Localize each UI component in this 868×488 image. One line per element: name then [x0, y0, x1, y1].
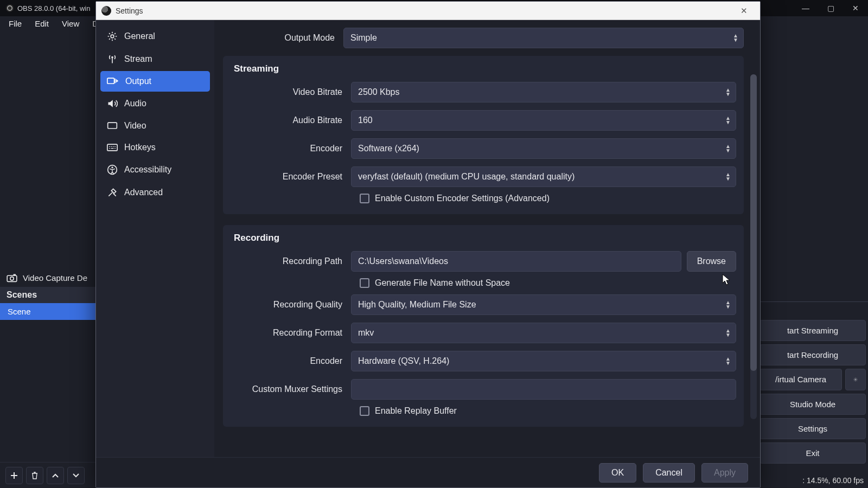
move-down-button[interactable]	[67, 467, 85, 484]
keyboard-icon	[107, 143, 118, 152]
custom-encoder-checkbox[interactable]	[360, 194, 369, 203]
apply-button[interactable]: Apply	[701, 463, 748, 483]
recording-encoder-select[interactable]: Hardware (QSV, H.264)	[351, 351, 736, 371]
encoder-label: Encoder	[231, 144, 351, 153]
monitor-icon	[107, 121, 118, 130]
start-streaming-button[interactable]: tart Streaming	[760, 320, 866, 341]
menu-edit[interactable]: Edit	[29, 18, 54, 29]
dropdown-arrows-icon: ▲▼	[723, 353, 733, 369]
source-label: Video Capture De	[23, 273, 87, 282]
svg-point-12	[111, 166, 113, 168]
ok-button[interactable]: OK	[599, 463, 636, 483]
dropdown-arrows-icon: ▲▼	[723, 140, 733, 157]
recording-path-label: Recording Path	[231, 256, 351, 266]
recording-format-label: Recording Format	[231, 328, 351, 338]
output-mode-label: Output Mode	[223, 33, 343, 43]
scroll-thumb[interactable]	[750, 74, 757, 371]
svg-rect-9	[108, 123, 117, 129]
recording-path-input[interactable]: C:\Users\swana\Videos	[351, 251, 681, 272]
dialog-title: Settings	[116, 7, 143, 15]
delete-scene-button[interactable]	[26, 467, 43, 484]
no-space-label: Generate File Name without Space	[375, 278, 510, 288]
video-bitrate-label: Video Bitrate	[231, 87, 351, 97]
recording-quality-select[interactable]: High Quality, Medium File Size	[351, 294, 736, 315]
dialog-close-button[interactable]: ✕	[733, 3, 755, 19]
speaker-icon	[107, 98, 118, 109]
mixer-separator	[754, 301, 868, 317]
muxer-label: Custom Muxer Settings	[231, 384, 351, 394]
replay-buffer-checkbox[interactable]	[360, 406, 369, 416]
close-window-button[interactable]: ✕	[843, 0, 868, 16]
start-recording-button[interactable]: tart Recording	[760, 344, 866, 365]
streaming-encoder-select[interactable]: Software (x264)	[351, 138, 736, 159]
replay-buffer-label: Enable Replay Buffer	[375, 406, 457, 416]
custom-encoder-label: Enable Custom Encoder Settings (Advanced…	[375, 194, 550, 203]
svg-point-3	[10, 277, 14, 280]
scenes-header: Scenes	[0, 287, 95, 303]
settings-dialog: Settings ✕ General Stream Output Audio	[95, 1, 761, 488]
scene-toolbar	[0, 462, 95, 488]
cancel-button[interactable]: Cancel	[643, 463, 695, 483]
recording-heading: Recording	[234, 233, 736, 243]
recording-quality-label: Recording Quality	[231, 300, 351, 310]
browse-button[interactable]: Browse	[687, 251, 736, 272]
category-hotkeys[interactable]: Hotkeys	[100, 137, 210, 158]
menu-file[interactable]: File	[3, 18, 27, 29]
streaming-section: Streaming Video Bitrate 2500 Kbps ▲▼ Aud…	[223, 56, 744, 214]
output-mode-select[interactable]: Simple	[343, 28, 744, 48]
dropdown-arrows-icon: ▲▼	[723, 297, 733, 313]
output-mode-row: Output Mode Simple ▲▼	[223, 28, 744, 48]
category-audio[interactable]: Audio	[100, 93, 210, 114]
menu-view[interactable]: View	[56, 18, 85, 29]
svg-rect-8	[107, 78, 114, 84]
spinner-icon[interactable]: ▲▼	[723, 84, 733, 100]
no-space-checkbox[interactable]	[360, 278, 369, 288]
category-general[interactable]: General	[100, 25, 210, 47]
svg-point-5	[855, 379, 856, 380]
status-fps: : 14.5%, 60.00 fps	[802, 476, 864, 485]
audio-bitrate-label: Audio Bitrate	[231, 115, 351, 125]
obs-app-icon	[5, 4, 14, 12]
tools-icon	[107, 187, 118, 198]
move-up-button[interactable]	[47, 467, 64, 484]
studio-mode-button[interactable]: Studio Mode	[760, 394, 866, 415]
category-video[interactable]: Video	[100, 115, 210, 136]
recording-section: Recording Recording Path C:\Users\swana\…	[223, 225, 744, 427]
scene-item[interactable]: Scene	[0, 303, 95, 320]
recording-format-select[interactable]: mkv	[351, 323, 736, 343]
dropdown-arrows-icon: ▲▼	[723, 325, 733, 341]
dropdown-arrows-icon: ▲▼	[731, 30, 741, 46]
category-advanced[interactable]: Advanced	[100, 182, 210, 203]
virtual-camera-button[interactable]: /irtual Camera	[760, 369, 842, 390]
controls-panel: tart Streaming tart Recording /irtual Ca…	[760, 320, 868, 464]
category-stream[interactable]: Stream	[100, 48, 210, 70]
dropdown-arrows-icon: ▲▼	[723, 169, 733, 185]
dialog-button-row: OK Cancel Apply	[96, 457, 760, 487]
svg-rect-10	[107, 144, 117, 151]
exit-button[interactable]: Exit	[760, 442, 866, 464]
video-bitrate-input[interactable]: 2500 Kbps	[351, 82, 736, 102]
svg-point-6	[111, 35, 114, 38]
source-item[interactable]: Video Capture De	[0, 269, 95, 287]
muxer-input[interactable]	[351, 379, 736, 400]
maximize-button[interactable]: ▢	[818, 0, 843, 16]
svg-point-7	[111, 56, 113, 59]
gear-icon	[107, 31, 118, 42]
add-scene-button[interactable]	[5, 467, 23, 484]
category-output[interactable]: Output	[100, 71, 210, 92]
settings-button[interactable]: Settings	[760, 418, 866, 439]
settings-scrollbar[interactable]	[750, 74, 757, 419]
audio-bitrate-select[interactable]: 160	[351, 110, 736, 131]
antenna-icon	[107, 54, 118, 65]
dialog-titlebar[interactable]: Settings ✕	[96, 2, 760, 20]
category-accessibility[interactable]: Accessibility	[100, 159, 210, 181]
encoder-preset-select[interactable]: veryfast (default) (medium CPU usage, st…	[351, 166, 736, 187]
settings-content: Output Mode Simple ▲▼ Streaming Video Bi…	[214, 20, 760, 457]
recording-encoder-label: Encoder	[231, 356, 351, 366]
output-icon	[107, 76, 119, 86]
encoder-preset-label: Encoder Preset	[231, 172, 351, 182]
virtual-camera-settings-button[interactable]	[845, 369, 866, 390]
minimize-button[interactable]: —	[793, 0, 818, 16]
streaming-heading: Streaming	[234, 63, 736, 74]
gear-icon	[853, 375, 858, 384]
